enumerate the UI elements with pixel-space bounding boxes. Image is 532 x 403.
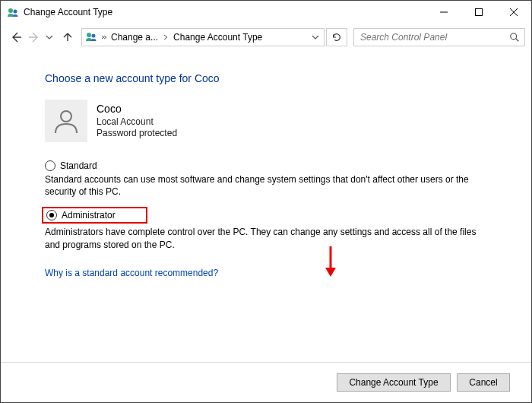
breadcrumb-prefix-chevron[interactable] [100,34,106,40]
svg-point-3 [87,33,91,37]
cancel-button[interactable]: Cancel [457,373,510,392]
annotation-arrow-icon [324,245,337,281]
radio-administrator-label: Administrator [62,210,116,221]
account-summary: Coco Local Account Password protected [45,100,502,142]
up-button[interactable] [59,28,77,46]
link-why-standard[interactable]: Why is a standard account recommended? [45,268,218,278]
radio-standard-label: Standard [60,160,97,171]
svg-point-6 [61,111,71,122]
annotation-highlight-box: Administrator [42,207,147,224]
chevron-right-icon[interactable] [163,34,169,40]
password-status-label: Password protected [97,128,177,140]
back-button[interactable] [7,28,25,46]
address-dropdown-button[interactable] [309,29,322,46]
maximize-button[interactable] [461,1,496,24]
administrator-description: Administrators have complete control ove… [45,226,486,250]
standard-description: Standard accounts can use most software … [45,173,486,198]
user-accounts-icon [7,6,19,18]
minimize-button[interactable] [426,1,461,24]
svg-rect-2 [476,9,483,16]
breadcrumb-change-accounts[interactable]: Change a... [109,32,160,43]
user-name: Coco [97,102,177,116]
svg-point-5 [511,33,517,40]
option-standard[interactable]: Standard Standard accounts can use most … [45,160,502,198]
search-input[interactable] [359,31,509,43]
svg-point-0 [8,8,13,13]
content-pane: Choose a new account type for Coco Coco … [1,51,531,362]
page-heading: Choose a new account type for Coco [45,72,502,84]
svg-point-4 [92,33,96,37]
close-button[interactable] [496,1,531,24]
address-bar[interactable]: Change a... Change Account Type [81,28,325,46]
user-avatar [45,100,87,142]
radio-standard[interactable] [45,160,55,171]
search-box[interactable] [353,28,525,46]
search-icon[interactable] [509,32,520,43]
radio-administrator[interactable] [46,210,57,221]
breadcrumb-change-account-type[interactable]: Change Account Type [172,32,264,43]
change-account-type-button[interactable]: Change Account Type [337,373,451,392]
window-title: Change Account Type [24,7,112,17]
navigation-bar: Change a... Change Account Type [1,24,531,51]
recent-locations-button[interactable] [40,28,59,46]
user-accounts-icon [85,30,97,45]
svg-point-1 [14,10,17,14]
option-administrator[interactable]: Administrator Administrators have comple… [45,207,502,250]
refresh-button[interactable] [326,28,347,46]
action-bar: Change Account Type Cancel [1,362,531,402]
account-type-label: Local Account [97,116,177,129]
title-bar: Change Account Type [1,1,531,24]
